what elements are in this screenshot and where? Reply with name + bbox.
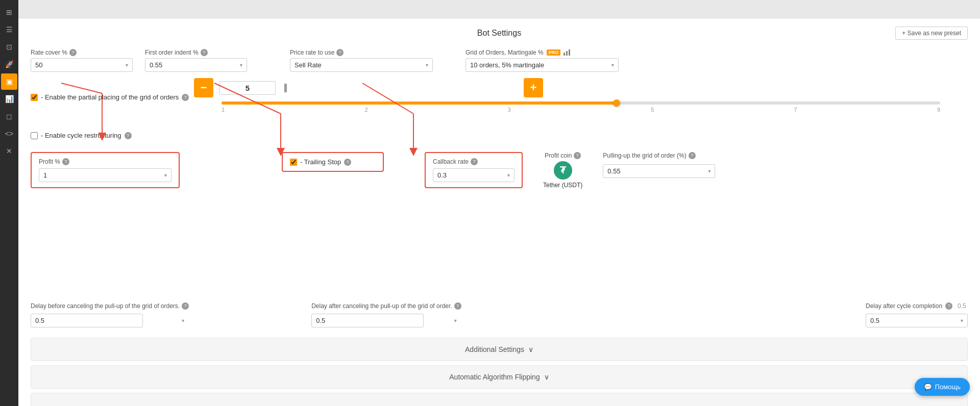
slider-controls: − 5 ▐ + [194, 78, 968, 97]
profit-label: Profit % ? [39, 158, 172, 165]
sidebar-item-close[interactable]: ✕ [1, 143, 17, 159]
save-preset-button[interactable]: + Save as new preset [895, 27, 968, 40]
pulling-up-select[interactable]: 0.55 0.5 [603, 164, 715, 178]
delay-after-cancel-select-wrapper: 0.5 1 [311, 314, 461, 327]
bottom-fields-row: Profit % ? 1 2 - Trailing Stop [31, 152, 968, 189]
price-rate-label: Price rate to use ? [290, 49, 433, 56]
sidebar-item-chart[interactable]: 📊 [1, 91, 17, 107]
rate-cover-select[interactable]: 50 60 [31, 58, 133, 72]
profit-coin-label: Profit coin ? [545, 152, 581, 159]
additional-settings-bar[interactable]: Additional Settings ∨ [31, 338, 968, 361]
slider-area: − 5 ▐ + 1 [194, 78, 968, 113]
partial-placing-checkbox[interactable] [31, 94, 38, 101]
sidebar-item-list[interactable]: ☰ [1, 21, 17, 38]
first-order-help-icon[interactable]: ? [201, 49, 208, 56]
top-bar [18, 0, 980, 18]
slider-thumb[interactable] [613, 99, 620, 107]
tether-label: Tether (USDT) [543, 182, 582, 189]
slider-value: 5 [219, 81, 276, 95]
annotated-section: - Enable the partial placing of the grid… [31, 78, 968, 200]
delay-after-cancel-group: Delay after canceling the pull-up of the… [311, 302, 461, 327]
slider-labels: 1 2 3 5 7 9 [219, 107, 942, 113]
sidebar-item-box[interactable]: ◻ [1, 108, 17, 124]
sidebar-item-rocket[interactable]: 🚀 [1, 56, 17, 72]
price-rate-group: Price rate to use ? Sell Rate Buy Rate [290, 49, 433, 72]
grid-orders-select[interactable]: 10 orders, 5% martingale 5 orders, 3% ma… [465, 58, 619, 72]
profit-highlight-box: Profit % ? 1 2 [31, 152, 180, 188]
slider-bar-icon: ▐ [282, 84, 287, 92]
callback-rate-select[interactable]: 0.3 0.5 [433, 168, 514, 182]
delay-after-cancel-select[interactable]: 0.5 1 [311, 314, 424, 327]
partial-placing-help-icon[interactable]: ? [182, 94, 189, 101]
slider-visual[interactable]: 1 2 3 5 7 9 [219, 102, 942, 113]
delay-row: Delay before canceling the pull-up of th… [31, 302, 968, 327]
delay-before-cancel-select[interactable]: 0.5 1 [31, 314, 143, 327]
grid-orders-select-wrapper: 10 orders, 5% martingale 5 orders, 3% ma… [465, 58, 619, 72]
cycle-restructuring-row: - Enable cycle restructuring ? [31, 132, 189, 139]
first-order-select-wrapper: 0.55 0.5 [145, 58, 247, 72]
delay-before-cancel-help-icon[interactable]: ? [182, 302, 189, 310]
checkboxes-area: - Enable the partial placing of the grid… [31, 93, 189, 139]
sidebar-item-grid[interactable]: ⊞ [1, 4, 17, 20]
rate-cover-select-wrapper: 50 60 [31, 58, 133, 72]
first-order-group: First order indent % ? 0.55 0.5 [145, 49, 247, 72]
profit-coin-help-icon[interactable]: ? [574, 152, 581, 159]
profit-help-icon[interactable]: ? [62, 158, 69, 165]
trailing-stop-highlight-box: - Trailing Stop ? [282, 152, 384, 172]
delay-after-cycle-select[interactable]: 0.5 1 [866, 314, 968, 327]
profit-coin-group: Profit coin ? ₮ Tether (USDT) [543, 152, 582, 189]
slider-plus-button[interactable]: + [524, 78, 543, 97]
trailing-stop-row: - Trailing Stop ? [290, 158, 376, 166]
grid-orders-group: Grid of Orders, Martingale % PRO 10 orde… [465, 49, 619, 72]
bottom-partial-bar [31, 393, 968, 406]
callback-rate-help-icon[interactable]: ? [471, 158, 478, 165]
first-order-label: First order indent % ? [145, 49, 247, 56]
cycle-restructuring-help-icon[interactable]: ? [125, 132, 132, 139]
pulling-up-help-icon[interactable]: ? [689, 152, 696, 159]
delay-after-cancel-help-icon[interactable]: ? [454, 302, 461, 310]
callback-rate-highlight-box: Callback rate ? 0.3 0.5 [425, 152, 523, 188]
partial-placing-row: - Enable the partial placing of the grid… [31, 93, 189, 101]
delay-after-cycle-help-icon[interactable]: ? [945, 302, 952, 310]
delay-before-cancel-group: Delay before canceling the pull-up of th… [31, 302, 189, 327]
slider-minus-button[interactable]: − [194, 78, 213, 97]
pro-badge: PRO [547, 49, 561, 56]
delay-after-cycle-label: Delay after cycle completion ? 0.5 [866, 302, 968, 310]
slider-track [222, 102, 940, 105]
callback-rate-select-wrapper: 0.3 0.5 [433, 168, 514, 182]
sidebar-item-active[interactable]: ▣ [1, 73, 17, 90]
sidebar-item-grid2[interactable]: ⊡ [1, 39, 17, 55]
pulling-up-select-wrapper: 0.55 0.5 [603, 164, 715, 178]
sidebar-item-code[interactable]: <> [1, 125, 17, 142]
callback-rate-label: Callback rate ? [433, 158, 514, 165]
page-title: Bot Settings [343, 29, 655, 38]
trailing-stop-help-icon[interactable]: ? [344, 159, 351, 166]
delay-after-cycle-group: Delay after cycle completion ? 0.5 0.5 1 [866, 302, 968, 327]
slider-track-row: 1 2 3 5 7 9 [194, 102, 968, 113]
page-header: Bot Settings + Save as new preset [31, 27, 968, 40]
grid-orders-label: Grid of Orders, Martingale % PRO [465, 49, 619, 56]
profit-select-wrapper: 1 2 [39, 168, 172, 182]
price-rate-help-icon[interactable]: ? [336, 49, 344, 56]
help-button[interactable]: 💬 Помощь [915, 378, 970, 396]
first-order-select[interactable]: 0.55 0.5 [145, 58, 247, 72]
auto-algorithm-bar[interactable]: Automatic Algorithm Flipping ∨ [31, 365, 968, 389]
cycle-restructuring-checkbox[interactable] [31, 132, 38, 139]
delay-before-cancel-select-wrapper: 0.5 1 [31, 314, 189, 327]
help-icon: 💬 [924, 383, 932, 391]
rate-cover-help-icon[interactable]: ? [69, 49, 77, 56]
pulling-up-group: Pulling-up the grid of order (%) ? 0.55 … [603, 152, 715, 178]
svg-line-1 [61, 83, 102, 93]
settings-row-1: Rate cover % ? 50 60 First order indent … [31, 49, 968, 72]
sidebar: ⊞ ☰ ⊡ 🚀 ▣ 📊 ◻ <> ✕ [0, 0, 18, 406]
price-rate-select[interactable]: Sell Rate Buy Rate [290, 58, 433, 72]
pulling-up-label: Pulling-up the grid of order (%) ? [603, 152, 715, 159]
rate-cover-group: Rate cover % ? 50 60 [31, 49, 133, 72]
slider-fill [222, 102, 617, 105]
trailing-stop-checkbox[interactable] [290, 159, 297, 166]
delay-after-cycle-select-wrapper: 0.5 1 [866, 314, 968, 327]
content-card: Bot Settings + Save as new preset Rate c… [18, 18, 980, 406]
delay-before-cancel-label: Delay before canceling the pull-up of th… [31, 302, 189, 310]
bar-chart-icon [564, 49, 570, 56]
profit-select[interactable]: 1 2 [39, 168, 172, 182]
